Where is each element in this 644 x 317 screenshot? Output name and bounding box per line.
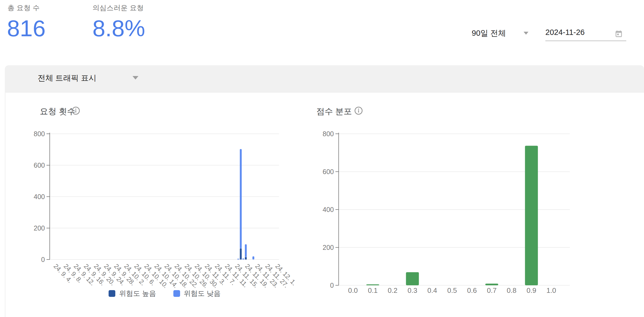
svg-text:0.4: 0.4 [427,286,437,294]
traffic-toolbar: 전체 트래픽 표시 [5,65,644,93]
date-field-underline [545,41,626,41]
traffic-select[interactable]: 전체 트래픽 표시 [38,73,151,85]
dashboard-page: 총 요청 수 816 의심스러운 요청 8.8% 90일 전체 2024-11-… [0,0,644,317]
svg-text:400: 400 [323,206,334,213]
chevron-down-icon [133,76,138,80]
card-left-edge [5,93,5,317]
total-requests-label: 총 요청 수 [8,3,40,13]
info-icon[interactable] [354,106,363,115]
date-field-value: 2024-11-26 [545,28,585,37]
low-risk-swatch [173,290,180,297]
requests-chart-title: 요청 횟수 [40,106,76,117]
svg-text:0.8: 0.8 [507,286,516,294]
period-select-value: 90일 전체 [472,29,506,37]
svg-text:0: 0 [330,282,334,289]
svg-text:800: 800 [34,130,45,138]
svg-text:1.0: 1.0 [546,286,556,294]
date-field[interactable]: 2024-11-26 [545,28,626,41]
svg-text:600: 600 [34,161,45,169]
svg-text:0.3: 0.3 [407,286,417,294]
svg-text:200: 200 [323,244,334,251]
svg-text:0.0: 0.0 [348,286,358,294]
suspicious-requests-label: 의심스러운 요청 [92,3,144,13]
svg-text:600: 600 [323,168,334,175]
low-risk-label: 위험도 낮음 [180,289,221,298]
requests-chart-legend: 위험도 높음 위험도 낮음 [50,288,280,299]
total-requests-value: 816 [7,16,46,40]
high-risk-swatch [109,290,115,297]
period-select[interactable]: 90일 전체 [472,28,532,40]
high-risk-label: 위험도 높음 [115,289,156,298]
svg-text:800: 800 [323,130,334,138]
svg-text:200: 200 [34,224,45,232]
traffic-select-value: 전체 트래픽 표시 [38,74,96,82]
calendar-icon[interactable] [615,30,622,38]
svg-text:0.1: 0.1 [368,286,378,294]
requests-chart: 800600400200024. 9. 4.24. 9. 8.24. 9. 12… [26,128,329,290]
legend-item-high-risk: 위험도 높음 [109,289,156,298]
svg-text:0: 0 [41,256,45,263]
svg-text:0.6: 0.6 [467,286,477,294]
suspicious-requests-value: 8.8% [92,16,145,40]
score-chart-title: 점수 분포 [316,106,352,117]
total-requests-stat: 총 요청 수 [8,3,40,13]
svg-text:0.9: 0.9 [527,286,536,294]
svg-text:0.5: 0.5 [447,286,457,294]
info-icon[interactable] [71,106,80,115]
svg-text:0.2: 0.2 [388,286,398,294]
svg-text:400: 400 [34,193,45,200]
svg-text:0.7: 0.7 [487,286,497,294]
suspicious-requests-stat: 의심스러운 요청 [92,3,144,13]
score-chart: 80060040020000.00.10.20.30.40.50.60.70.8… [317,128,594,306]
chevron-down-icon [524,32,528,35]
legend-item-low-risk: 위험도 낮음 [173,289,221,298]
